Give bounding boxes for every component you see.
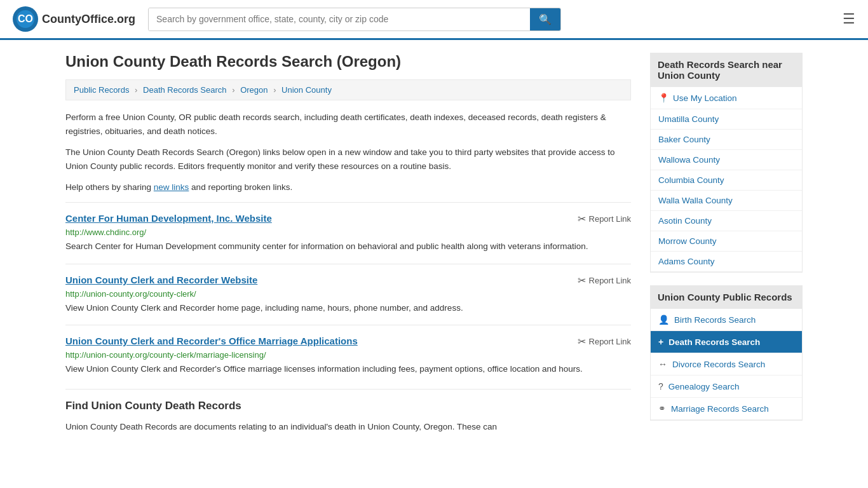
public-records-link-3[interactable]: ? Genealogy Search (651, 376, 802, 398)
breadcrumb-death-records[interactable]: Death Records Search (143, 85, 227, 95)
main-container: Union County Death Records Search (Orego… (53, 40, 815, 446)
breadcrumb-public-records[interactable]: Public Records (74, 85, 129, 95)
public-records-icon-0: 👤 (658, 315, 669, 325)
description-1: Perform a free Union County, OR public d… (65, 111, 631, 138)
nearby-link-1[interactable]: Baker County (651, 130, 802, 150)
menu-icon[interactable]: ☰ (843, 11, 855, 27)
logo-icon: CO (13, 6, 38, 32)
search-bar: 🔍 (148, 8, 561, 31)
report-link-1[interactable]: ✂ Report Link (578, 274, 631, 287)
public-records-label-2: Divorce Records Search (672, 360, 765, 369)
nearby-link-7[interactable]: Adams County (651, 252, 802, 272)
breadcrumb-oregon[interactable]: Oregon (240, 85, 268, 95)
nearby-link-6[interactable]: Morrow County (651, 231, 802, 252)
result-desc-2: View Union County Clerk and Recorder's O… (65, 362, 631, 376)
result-item: Center For Human Development, Inc. Websi… (65, 202, 631, 264)
public-records-icon-2: ↔ (658, 359, 667, 369)
scissors-icon-0: ✂ (578, 213, 586, 225)
description-2: The Union County Death Records Search (O… (65, 146, 631, 173)
result-item: Union County Clerk and Recorder Website … (65, 264, 631, 325)
scissors-icon-1: ✂ (578, 274, 586, 287)
breadcrumb: Public Records › Death Records Search › … (65, 79, 631, 100)
result-url-1[interactable]: http://union-county.org/county-clerk/ (65, 289, 631, 299)
public-records-section: Union County Public Records 👤 Birth Reco… (650, 285, 803, 421)
result-title-1[interactable]: Union County Clerk and Recorder Website (65, 274, 257, 285)
pin-icon: 📍 (658, 93, 669, 103)
nearby-section-title: Death Records Search near Union County (650, 53, 803, 87)
result-title-2[interactable]: Union County Clerk and Recorder's Office… (65, 336, 358, 346)
public-records-label-0: Birth Records Search (674, 315, 756, 325)
result-url-2[interactable]: http://union-county.org/county-clerk/mar… (65, 350, 631, 360)
public-records-label-3: Genealogy Search (668, 382, 740, 391)
new-links-link[interactable]: new links (154, 182, 189, 192)
use-location-button[interactable]: 📍 Use My Location (651, 87, 802, 109)
site-header: CO CountyOffice.org 🔍 ☰ (0, 0, 868, 40)
content-area: Union County Death Records Search (Orego… (65, 53, 631, 433)
nearby-links-container: Umatilla CountyBaker CountyWallowa Count… (651, 109, 802, 272)
result-item: Union County Clerk and Recorder's Office… (65, 325, 631, 386)
nearby-link-4[interactable]: Walla Walla County (651, 191, 802, 211)
result-header: Center For Human Development, Inc. Websi… (65, 213, 631, 225)
nearby-link-2[interactable]: Wallowa County (651, 150, 802, 170)
report-link-2[interactable]: ✂ Report Link (578, 336, 631, 348)
find-section: Find Union County Death Records Union Co… (65, 389, 631, 434)
search-input[interactable] (149, 8, 530, 30)
public-records-link-1[interactable]: + Death Records Search (651, 331, 802, 353)
results-list: Center For Human Development, Inc. Websi… (65, 202, 631, 386)
public-records-section-title: Union County Public Records (650, 285, 803, 309)
page-title: Union County Death Records Search (Orego… (65, 53, 631, 71)
result-desc-0: Search Center for Human Development comm… (65, 240, 631, 254)
public-records-label-4: Marriage Records Search (671, 404, 769, 414)
public-records-link-4[interactable]: ⚭ Marriage Records Search (651, 398, 802, 420)
description-3: Help others by sharing new links and rep… (65, 180, 631, 194)
result-desc-1: View Union County Clerk and Recorder hom… (65, 301, 631, 315)
result-title-0[interactable]: Center For Human Development, Inc. Websi… (65, 213, 272, 224)
nearby-link-0[interactable]: Umatilla County (651, 109, 802, 130)
svg-text:CO: CO (18, 13, 33, 24)
public-records-links-list: 👤 Birth Records Search+ Death Records Se… (650, 309, 803, 421)
use-location-label: Use My Location (673, 93, 737, 103)
public-records-link-0[interactable]: 👤 Birth Records Search (651, 309, 802, 331)
logo-text: CountyOffice.org (42, 13, 135, 26)
find-section-desc: Union County Death Records are documents… (65, 420, 631, 434)
site-logo[interactable]: CO CountyOffice.org (13, 6, 135, 32)
result-header: Union County Clerk and Recorder's Office… (65, 336, 631, 348)
report-link-0[interactable]: ✂ Report Link (578, 213, 631, 225)
public-records-link-2[interactable]: ↔ Divorce Records Search (651, 353, 802, 376)
nearby-links-list: 📍 Use My Location Umatilla CountyBaker C… (650, 87, 803, 273)
search-button[interactable]: 🔍 (530, 8, 560, 30)
public-records-icon-1: + (658, 337, 663, 347)
public-records-label-1: Death Records Search (668, 337, 760, 347)
result-header: Union County Clerk and Recorder Website … (65, 274, 631, 287)
sidebar: Death Records Search near Union County 📍… (650, 53, 803, 433)
nearby-link-3[interactable]: Columbia County (651, 170, 802, 191)
public-records-icon-3: ? (658, 381, 663, 391)
result-url-0[interactable]: http://www.chdinc.org/ (65, 227, 631, 237)
nearby-section: Death Records Search near Union County 📍… (650, 53, 803, 273)
breadcrumb-union-county[interactable]: Union County (281, 85, 332, 95)
public-records-icon-4: ⚭ (658, 403, 666, 414)
scissors-icon-2: ✂ (578, 336, 586, 348)
find-section-heading: Find Union County Death Records (65, 400, 631, 415)
nearby-link-5[interactable]: Asotin County (651, 211, 802, 231)
